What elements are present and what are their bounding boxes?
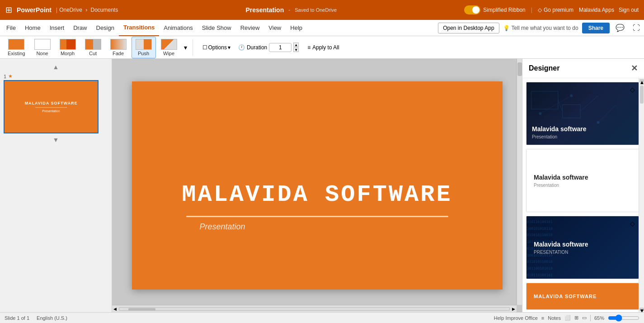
slide-thumbnail[interactable]: MALAVIDA SOFTWARE Presentation bbox=[4, 80, 99, 133]
designer-item-3-bg: 010110100101 100101010110 011010110010 1… bbox=[526, 216, 639, 279]
designer-items: ◇ Malavida software Presentation Malavid… bbox=[522, 78, 639, 312]
designer-scroll-track bbox=[639, 84, 644, 307]
breadcrumb-location1[interactable]: OneDrive bbox=[59, 7, 82, 13]
zoom-slider[interactable] bbox=[608, 314, 639, 322]
scroll-down-icon[interactable]: ▼ bbox=[4, 135, 108, 144]
svg-line-3 bbox=[580, 96, 598, 112]
menu-design[interactable]: Design bbox=[92, 20, 119, 36]
scroll-thumb-v[interactable] bbox=[517, 62, 522, 76]
apply-all-button[interactable]: ≡ Apply to All bbox=[302, 42, 344, 53]
toggle-switch[interactable] bbox=[464, 5, 480, 14]
scroll-left-icon[interactable]: ◀ bbox=[112, 307, 118, 311]
comment-icon[interactable]: 💬 bbox=[613, 23, 627, 33]
title-bar: ⊞ PowerPoint | OneDrive › Documents Pres… bbox=[0, 0, 644, 20]
simplified-ribbon-toggle[interactable]: Simplified Ribbon bbox=[464, 5, 525, 14]
menu-slideshow[interactable]: Slide Show bbox=[197, 20, 236, 36]
menu-animations[interactable]: Animations bbox=[159, 20, 197, 36]
slide-subtitle: Presentation bbox=[200, 222, 245, 232]
expand-icon[interactable]: ⛶ bbox=[630, 23, 642, 33]
malavida-apps-link[interactable]: Malavida Apps bbox=[579, 7, 614, 13]
app-grid-icon[interactable]: ⊞ bbox=[5, 5, 12, 15]
scroll-right-icon[interactable]: ▶ bbox=[511, 307, 517, 311]
menu-review[interactable]: Review bbox=[236, 20, 264, 36]
designer-item-2-title: Malavida software bbox=[534, 174, 631, 181]
transition-wipe[interactable]: Wipe bbox=[157, 37, 181, 58]
designer-close-button[interactable]: ✕ bbox=[631, 63, 638, 73]
designer-scrollbar[interactable]: ▲ ▼ bbox=[639, 78, 644, 312]
designer-item-1[interactable]: ◇ Malavida software Presentation bbox=[526, 82, 639, 145]
options-button[interactable]: ☐ Options ▾ bbox=[198, 42, 235, 53]
menu-transitions[interactable]: Transitions bbox=[119, 20, 159, 36]
svg-text:101100101010: 101100101010 bbox=[527, 266, 553, 271]
transition-none-label: None bbox=[36, 51, 48, 56]
duration-down[interactable]: ▼ bbox=[293, 48, 299, 52]
share-button[interactable]: Share bbox=[582, 23, 610, 33]
slide-sorter-icon[interactable]: ⊞ bbox=[574, 315, 578, 321]
open-desktop-button[interactable]: Open in Desktop App bbox=[438, 23, 499, 33]
designer-item-1-title: Malavida software bbox=[532, 125, 587, 133]
status-left: Slide 1 of 1 English (U.S.) bbox=[5, 315, 67, 321]
presentation-name[interactable]: Presentation bbox=[245, 6, 284, 14]
designer-item-1-subtitle: Presentation bbox=[532, 134, 587, 139]
designer-item-4[interactable]: MALAVIDA SOFTWARE bbox=[526, 283, 639, 310]
clock-icon: 🕐 bbox=[238, 44, 245, 51]
menu-file[interactable]: File bbox=[2, 20, 20, 36]
slide-1-container[interactable]: 1 ★ MALAVIDA SOFTWARE Presentation bbox=[4, 73, 108, 133]
options-chevron: ▾ bbox=[228, 44, 230, 51]
transition-thumb-existing bbox=[8, 39, 24, 50]
designer-scroll-thumb[interactable] bbox=[640, 86, 644, 104]
horizontal-scrollbar[interactable]: ◀ ▶ bbox=[112, 305, 517, 312]
scroll-up-icon[interactable]: ▲ bbox=[4, 62, 108, 71]
duration-label: Duration bbox=[247, 44, 267, 51]
main-area: ▲ 1 ★ MALAVIDA SOFTWARE Presentation ▼ M… bbox=[0, 59, 644, 312]
vertical-scrollbar[interactable] bbox=[517, 59, 522, 305]
reading-view-icon[interactable]: ▭ bbox=[582, 315, 587, 321]
designer-scroll-area: ◇ Malavida software Presentation Malavid… bbox=[522, 78, 644, 312]
sign-out-link[interactable]: Sign out bbox=[619, 7, 639, 13]
svg-rect-0 bbox=[531, 91, 558, 109]
ribbon-separator bbox=[193, 39, 193, 56]
designer-item-3[interactable]: 010110100101 100101010110 011010110010 1… bbox=[526, 216, 639, 279]
svg-text:010110100101: 010110100101 bbox=[527, 220, 553, 224]
duration-spinner[interactable]: ▲ ▼ bbox=[293, 43, 299, 52]
svg-text:010110100101: 010110100101 bbox=[527, 247, 553, 251]
premium-button[interactable]: ◇ Go premium bbox=[538, 7, 573, 13]
designer-item-2[interactable]: Malavida software Presentation bbox=[526, 149, 639, 212]
transition-cut[interactable]: Cut bbox=[81, 37, 105, 58]
duration-up[interactable]: ▲ bbox=[293, 43, 299, 47]
menu-right: Open in Desktop App 💡 Tell me what you w… bbox=[438, 23, 642, 33]
help-improve[interactable]: Help Improve Office bbox=[494, 315, 538, 321]
divider: | bbox=[531, 7, 532, 13]
transition-morph[interactable]: Morph bbox=[56, 37, 80, 58]
user-links: Malavida Apps Sign out bbox=[579, 7, 639, 13]
transition-fade[interactable]: Fade bbox=[106, 37, 131, 58]
menu-help[interactable]: Help bbox=[286, 20, 307, 36]
transition-thumb-push bbox=[136, 39, 152, 50]
menu-insert[interactable]: Insert bbox=[45, 20, 69, 36]
slide-canvas[interactable]: MALAVIDA SOFTWARE Presentation bbox=[132, 81, 503, 290]
breadcrumb-location2[interactable]: Documents bbox=[91, 7, 118, 13]
transition-none[interactable]: None bbox=[30, 37, 55, 58]
scroll-thumb-h[interactable] bbox=[128, 308, 155, 311]
search-area[interactable]: 💡 Tell me what you want to do bbox=[503, 25, 578, 31]
duration-input[interactable] bbox=[269, 43, 291, 52]
transition-push[interactable]: Push bbox=[132, 37, 156, 58]
menu-home[interactable]: Home bbox=[20, 20, 45, 36]
transition-push-label: Push bbox=[138, 51, 149, 56]
normal-view-icon[interactable]: ⬜ bbox=[564, 315, 571, 321]
designer-scroll-down[interactable]: ▼ bbox=[639, 308, 644, 311]
designer-item-2-bg: Malavida software Presentation bbox=[526, 149, 639, 212]
transition-existing[interactable]: Existing bbox=[4, 37, 29, 58]
designer-item-4-title: MALAVIDA SOFTWARE bbox=[534, 294, 631, 299]
designer-scroll-up[interactable]: ▲ bbox=[639, 79, 644, 83]
menu-view[interactable]: View bbox=[264, 20, 286, 36]
ribbon-more-icon[interactable]: ▾ bbox=[182, 37, 189, 58]
notes-label[interactable]: Notes bbox=[548, 315, 561, 321]
menu-draw[interactable]: Draw bbox=[69, 20, 91, 36]
designer-item-1-bg: ◇ Malavida software Presentation bbox=[526, 82, 639, 145]
save-status: Saved to OneDrive bbox=[295, 7, 337, 13]
svg-text:010110100101: 010110100101 bbox=[527, 273, 553, 277]
svg-line-8 bbox=[598, 104, 616, 122]
svg-line-2 bbox=[558, 100, 563, 111]
transition-morph-label: Morph bbox=[61, 51, 75, 56]
